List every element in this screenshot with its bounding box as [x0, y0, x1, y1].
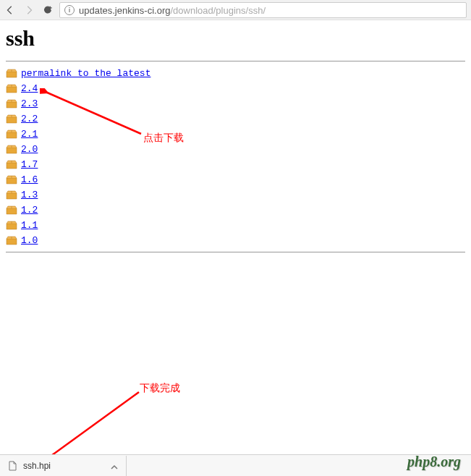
- file-icon: [7, 461, 17, 471]
- version-link[interactable]: 2.0: [21, 144, 38, 155]
- url-host: updates.jenkins-ci.org/download/plugins/…: [79, 4, 266, 17]
- version-item: 2.1: [6, 127, 465, 141]
- versions-container: 2.42.32.22.12.01.71.61.31.21.11.0: [6, 81, 465, 247]
- version-item: 2.2: [6, 111, 465, 126]
- package-icon: [6, 98, 17, 109]
- version-item: 2.4: [6, 81, 465, 95]
- version-list: permalink to the latest: [6, 66, 465, 80]
- reload-button[interactable]: [42, 4, 54, 16]
- chevron-up-icon[interactable]: [110, 462, 119, 470]
- annotation-click-download: 点击下载: [143, 132, 184, 145]
- package-icon: [6, 129, 17, 139]
- download-bar: ssh.hpi: [0, 454, 471, 476]
- package-icon: [6, 114, 17, 124]
- package-icon: [6, 144, 17, 154]
- version-link[interactable]: 1.2: [21, 205, 38, 216]
- version-link[interactable]: 1.6: [21, 174, 38, 185]
- address-bar[interactable]: i updates.jenkins-ci.org/download/plugin…: [59, 2, 467, 18]
- watermark: php8.org: [407, 454, 461, 470]
- version-link[interactable]: 2.1: [21, 129, 38, 140]
- version-link[interactable]: 1.3: [21, 190, 38, 200]
- nav-controls: [4, 4, 54, 16]
- version-item: 1.1: [6, 218, 465, 232]
- version-link[interactable]: 1.1: [21, 220, 38, 231]
- package-icon: [6, 174, 17, 184]
- download-item[interactable]: ssh.hpi: [0, 456, 127, 476]
- version-link[interactable]: 2.3: [21, 98, 38, 109]
- package-icon: [6, 68, 17, 78]
- version-link[interactable]: 2.2: [21, 114, 38, 124]
- version-item: 1.3: [6, 187, 465, 202]
- annotation-download-complete: 下载完成: [140, 382, 180, 395]
- permalink-link[interactable]: permalink to the latest: [21, 68, 150, 79]
- version-link[interactable]: 1.0: [21, 235, 38, 246]
- package-icon: [6, 220, 17, 230]
- site-info-icon[interactable]: i: [64, 5, 75, 15]
- package-icon: [6, 83, 17, 93]
- arrow-to-download: [45, 391, 143, 463]
- svg-line-1: [49, 392, 139, 457]
- version-link[interactable]: 1.7: [21, 159, 38, 170]
- page-title: ssh: [6, 26, 465, 51]
- page-content: ssh permalink to the latest 2.42.32.22.1…: [0, 20, 471, 263]
- version-item: 1.6: [6, 172, 465, 187]
- package-icon: [6, 190, 17, 200]
- version-item: 1.7: [6, 157, 465, 171]
- package-icon: [6, 235, 17, 245]
- forward-button: [23, 4, 35, 16]
- version-item: 2.3: [6, 96, 465, 111]
- permalink-item: permalink to the latest: [6, 66, 465, 80]
- version-item: 1.0: [6, 233, 465, 247]
- package-icon: [6, 205, 17, 215]
- package-icon: [6, 159, 17, 169]
- version-link[interactable]: 2.4: [21, 83, 38, 94]
- divider: [6, 61, 465, 61]
- version-item: 2.0: [6, 142, 465, 156]
- download-file-name: ssh.hpi: [23, 461, 104, 471]
- back-button[interactable]: [4, 4, 16, 16]
- version-item: 1.2: [6, 203, 465, 217]
- divider-bottom: [6, 252, 465, 252]
- browser-navigation-bar: i updates.jenkins-ci.org/download/plugin…: [0, 0, 471, 20]
